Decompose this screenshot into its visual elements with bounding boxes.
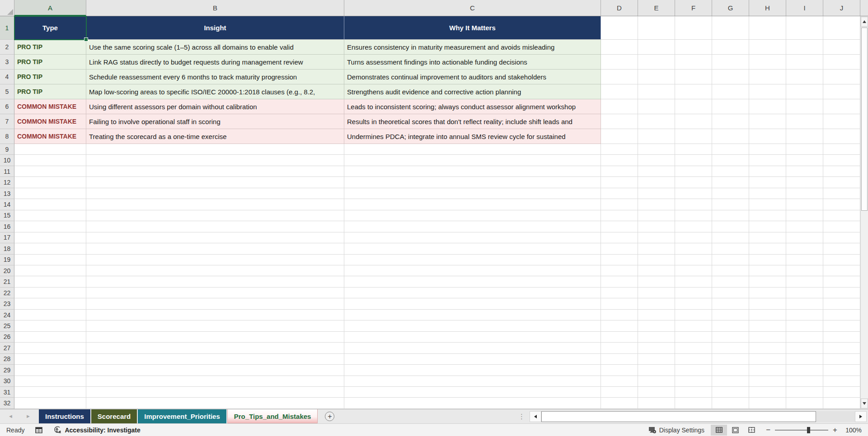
- cell-D17[interactable]: [601, 232, 638, 243]
- cell-A32[interactable]: [14, 398, 86, 408]
- cell-D30[interactable]: [601, 376, 638, 387]
- cell-H26[interactable]: [749, 332, 786, 343]
- cell-J25[interactable]: [823, 320, 860, 331]
- cell-I5[interactable]: [786, 84, 823, 99]
- cell-D7[interactable]: [601, 114, 638, 129]
- cell-H20[interactable]: [749, 265, 786, 276]
- cell-E6[interactable]: [638, 99, 675, 114]
- row-header-30[interactable]: 30: [0, 376, 14, 387]
- column-header-B[interactable]: B: [86, 0, 344, 16]
- zoom-in-button[interactable]: +: [833, 426, 837, 434]
- cell-B24[interactable]: [86, 310, 344, 320]
- cell-D26[interactable]: [601, 332, 638, 343]
- row-header-1[interactable]: 1: [0, 16, 14, 40]
- cell-I16[interactable]: [786, 221, 823, 232]
- cell-A31[interactable]: [14, 387, 86, 398]
- column-header-G[interactable]: G: [712, 0, 749, 16]
- cell-E25[interactable]: [638, 320, 675, 331]
- cell-A26[interactable]: [14, 332, 86, 343]
- cell-G3[interactable]: [712, 55, 749, 70]
- cell-I20[interactable]: [786, 265, 823, 276]
- cell-C26[interactable]: [344, 332, 601, 343]
- display-settings-button[interactable]: Display Settings: [648, 427, 704, 434]
- cell-E22[interactable]: [638, 288, 675, 298]
- cell-H6[interactable]: [749, 99, 786, 114]
- row-header-21[interactable]: 21: [0, 276, 14, 287]
- sheet-tab-improvement_priorities[interactable]: Improvement_Priorities: [138, 409, 226, 423]
- cell-C20[interactable]: [344, 265, 601, 276]
- cell-G2[interactable]: [712, 40, 749, 55]
- row-header-29[interactable]: 29: [0, 365, 14, 376]
- cell-G14[interactable]: [712, 199, 749, 210]
- column-header-D[interactable]: D: [601, 0, 638, 16]
- zoom-out-button[interactable]: −: [766, 426, 770, 434]
- cell-H5[interactable]: [749, 84, 786, 99]
- cell-G10[interactable]: [712, 155, 749, 166]
- cell-F2[interactable]: [675, 40, 712, 55]
- cell-C16[interactable]: [344, 221, 601, 232]
- cell-B30[interactable]: [86, 376, 344, 387]
- cell-J11[interactable]: [823, 166, 860, 177]
- cell-F27[interactable]: [675, 343, 712, 353]
- cell-F7[interactable]: [675, 114, 712, 129]
- cell-H13[interactable]: [749, 188, 786, 199]
- cell-J30[interactable]: [823, 376, 860, 387]
- cell-B7[interactable]: Failing to involve operational staff in …: [86, 114, 344, 129]
- cell-H31[interactable]: [749, 387, 786, 398]
- cell-D21[interactable]: [601, 276, 638, 287]
- cell-D23[interactable]: [601, 298, 638, 309]
- row-header-6[interactable]: 6: [0, 99, 14, 114]
- cell-H27[interactable]: [749, 343, 786, 353]
- cell-D4[interactable]: [601, 70, 638, 84]
- cell-E2[interactable]: [638, 40, 675, 55]
- cell-G21[interactable]: [712, 276, 749, 287]
- cell-C19[interactable]: [344, 255, 601, 265]
- cell-F3[interactable]: [675, 55, 712, 70]
- cell-H1[interactable]: [749, 16, 786, 40]
- cell-I32[interactable]: [786, 398, 823, 408]
- cell-F13[interactable]: [675, 188, 712, 199]
- cell-J7[interactable]: [823, 114, 860, 129]
- cell-G4[interactable]: [712, 70, 749, 84]
- cell-A16[interactable]: [14, 221, 86, 232]
- cell-F29[interactable]: [675, 365, 712, 376]
- cell-H28[interactable]: [749, 354, 786, 365]
- cell-E11[interactable]: [638, 166, 675, 177]
- cell-G9[interactable]: [712, 144, 749, 155]
- cell-B6[interactable]: Using different assessors per domain wit…: [86, 99, 344, 114]
- row-header-27[interactable]: 27: [0, 343, 14, 353]
- row-header-23[interactable]: 23: [0, 298, 14, 309]
- cell-D18[interactable]: [601, 243, 638, 254]
- row-header-25[interactable]: 25: [0, 320, 14, 331]
- horizontal-scrollbar-track[interactable]: [816, 411, 855, 422]
- cell-F5[interactable]: [675, 84, 712, 99]
- cell-C1[interactable]: Why It Matters: [344, 16, 601, 40]
- row-header-11[interactable]: 11: [0, 166, 14, 177]
- cell-C5[interactable]: Strengthens audit evidence and correctiv…: [344, 84, 601, 99]
- cell-B15[interactable]: [86, 210, 344, 221]
- cell-G25[interactable]: [712, 320, 749, 331]
- cell-J17[interactable]: [823, 232, 860, 243]
- row-header-3[interactable]: 3: [0, 55, 14, 70]
- cell-J21[interactable]: [823, 276, 860, 287]
- cell-H15[interactable]: [749, 210, 786, 221]
- cell-B13[interactable]: [86, 188, 344, 199]
- row-header-22[interactable]: 22: [0, 288, 14, 298]
- cell-H7[interactable]: [749, 114, 786, 129]
- cell-F8[interactable]: [675, 129, 712, 144]
- cell-J8[interactable]: [823, 129, 860, 144]
- cell-B26[interactable]: [86, 332, 344, 343]
- row-header-7[interactable]: 7: [0, 114, 14, 129]
- cell-I4[interactable]: [786, 70, 823, 84]
- cell-D25[interactable]: [601, 320, 638, 331]
- cell-F6[interactable]: [675, 99, 712, 114]
- cell-C18[interactable]: [344, 243, 601, 254]
- cell-J22[interactable]: [823, 288, 860, 298]
- cell-G17[interactable]: [712, 232, 749, 243]
- cell-I2[interactable]: [786, 40, 823, 55]
- row-header-31[interactable]: 31: [0, 387, 14, 398]
- cell-H17[interactable]: [749, 232, 786, 243]
- cell-H2[interactable]: [749, 40, 786, 55]
- cell-A23[interactable]: [14, 298, 86, 309]
- cell-E29[interactable]: [638, 365, 675, 376]
